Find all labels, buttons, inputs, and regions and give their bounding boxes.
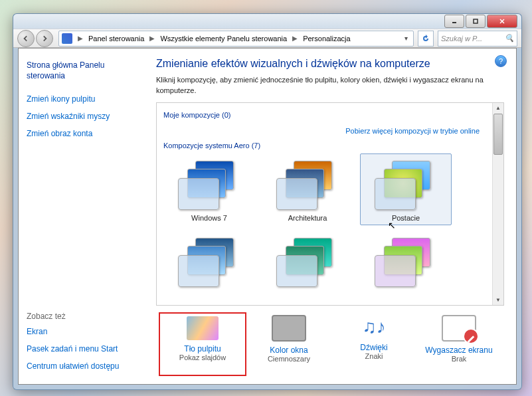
setting-subtitle: Brak [419, 355, 499, 363]
theme-item[interactable] [163, 231, 255, 294]
window-color-button[interactable]: Kolor okna Ciemnoszary [246, 312, 331, 376]
search-placeholder: Szukaj w P... [441, 35, 482, 43]
setting-subtitle: Ciemnoszary [249, 355, 329, 363]
forward-button[interactable] [36, 30, 53, 47]
sidebar-home-link[interactable]: Strona główna Panelu sterowania [27, 58, 136, 84]
setting-title: Tło pulpitu [163, 344, 242, 353]
scroll-up-icon[interactable]: ▲ [493, 103, 503, 113]
refresh-button[interactable] [418, 31, 434, 47]
svg-rect-1 [474, 19, 478, 23]
theme-windows7[interactable]: Windows 7 [163, 153, 255, 225]
theme-thumbnail-icon [369, 157, 442, 210]
minimize-button[interactable] [444, 15, 464, 28]
titlebar [13, 14, 521, 29]
breadcrumb-item[interactable]: Panel sterowania [86, 35, 147, 43]
chevron-right-icon: ▶ [290, 35, 300, 42]
search-input[interactable]: Szukaj w P... 🔍 [438, 31, 517, 47]
setting-title: Wygaszacz ekranu [419, 346, 499, 355]
theme-label: Postacie [363, 214, 448, 222]
theme-architecture[interactable]: Architektura [262, 153, 353, 225]
color-swatch-icon [272, 315, 306, 342]
chevron-right-icon: ▶ [75, 35, 86, 42]
setting-title: Dźwięki [334, 343, 414, 352]
scrollbar-thumb[interactable] [493, 114, 503, 155]
get-themes-online-link[interactable]: Pobierz więcej kompozycji w trybie onlin… [163, 123, 486, 139]
sidebar-link-change-icons[interactable]: Zmień ikony pulpitu [27, 90, 136, 108]
navbar: ▶ Panel sterowania ▶ Wszystkie elementy … [13, 29, 521, 48]
theme-thumbnail-icon [173, 234, 246, 287]
wallpaper-icon [187, 316, 219, 340]
my-themes-header: Moje kompozycje (0) [163, 108, 486, 123]
settings-bar: Tło pulpitu Pokaz slajdów Kolor okna Cie… [156, 306, 504, 379]
close-button[interactable] [487, 15, 517, 28]
sidebar-link-change-account-picture[interactable]: Zmień obraz konta [27, 125, 136, 142]
setting-subtitle: Pokaz slajdów [163, 353, 242, 361]
breadcrumb-item[interactable]: Personalizacja [300, 35, 353, 43]
breadcrumb[interactable]: ▶ Panel sterowania ▶ Wszystkie elementy … [58, 31, 414, 47]
maximize-button[interactable] [466, 15, 486, 28]
screensaver-icon [442, 315, 476, 342]
sidebar-link-display[interactable]: Ekran [27, 323, 136, 340]
search-icon: 🔍 [505, 34, 514, 43]
sidebar-link-taskbar[interactable]: Pasek zadań i menu Start [27, 340, 136, 357]
aero-themes-header: Kompozycje systemu Aero (7) [163, 139, 486, 153]
theme-item[interactable] [262, 231, 353, 294]
main-panel: ? Zmienianie efektów wizualnych i dźwięk… [144, 49, 516, 384]
theme-item[interactable] [360, 231, 452, 294]
sidebar-link-ease-of-access[interactable]: Centrum ułatwień dostępu [27, 357, 136, 375]
theme-label: Architektura [265, 214, 350, 222]
scroll-down-icon[interactable]: ▼ [493, 295, 503, 305]
theme-thumbnail-icon [369, 234, 442, 287]
theme-thumbnail-icon [173, 157, 246, 210]
theme-thumbnail-icon [271, 157, 344, 210]
breadcrumb-item[interactable]: Wszystkie elementy Panelu sterowania [157, 35, 290, 43]
theme-list: ▲ ▼ Moje kompozycje (0) Pobierz więcej k… [156, 102, 504, 306]
page-title: Zmienianie efektów wizualnych i dźwięków… [156, 58, 504, 70]
screensaver-button[interactable]: Wygaszacz ekranu Brak [416, 312, 501, 376]
page-description: Kliknij kompozycję, aby zmienić jednocze… [156, 75, 504, 96]
back-button[interactable] [17, 30, 35, 47]
theme-label: Windows 7 [167, 214, 252, 222]
see-also-label: Zobacz też [27, 310, 136, 323]
personalization-window: ▶ Panel sterowania ▶ Wszystkie elementy … [13, 13, 522, 390]
theme-characters[interactable]: Postacie [360, 153, 452, 225]
sound-icon: ♫♪ [358, 315, 390, 339]
desktop-background-button[interactable]: Tło pulpitu Pokaz slajdów [159, 312, 246, 376]
sidebar-link-change-pointers[interactable]: Zmień wskaźniki myszy [27, 108, 136, 125]
client-area: Strona główna Panelu sterowania Zmień ik… [18, 48, 517, 385]
sidebar: Strona główna Panelu sterowania Zmień ik… [19, 49, 144, 384]
control-panel-icon [62, 33, 72, 44]
theme-thumbnail-icon [271, 234, 344, 287]
sounds-button[interactable]: ♫♪ Dźwięki Znaki [331, 312, 416, 376]
chevron-down-icon[interactable]: ▾ [402, 35, 410, 42]
chevron-right-icon: ▶ [147, 35, 157, 42]
scrollbar[interactable]: ▲ ▼ [492, 103, 503, 305]
help-icon[interactable]: ? [495, 55, 507, 67]
setting-title: Kolor okna [249, 346, 329, 355]
setting-subtitle: Znaki [334, 352, 414, 360]
